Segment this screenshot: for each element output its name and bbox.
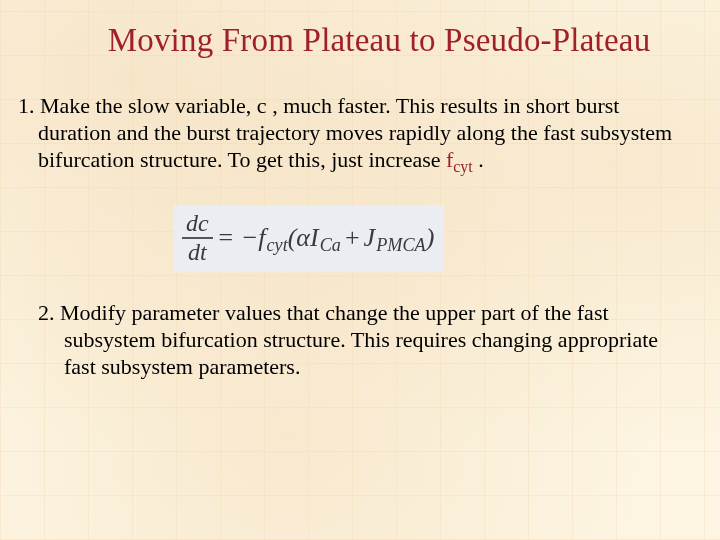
J-var: J [364,223,376,252]
numerator: dc [182,211,213,238]
plus-sign: + [341,223,364,252]
J-sub: PMCA [375,235,426,255]
equation-container: dc dt = −fcyt(αICa+JPMCA) [174,205,694,272]
alpha: α [296,223,310,252]
I-sub: Ca [319,235,341,255]
equals: = [217,223,241,252]
fcyt-sub: cyt [453,158,472,175]
slide: Moving From Plateau to Pseudo-Plateau 1.… [0,0,720,381]
item1-text-post: . [473,147,484,172]
item2-number: 2. [38,300,55,325]
minus-sign: − [241,223,259,252]
fraction-dc-dt: dc dt [182,211,213,264]
denominator: dt [182,239,213,264]
equation-rhs: = −fcyt(αICa+JPMCA) [217,223,435,253]
list-item-2: 2. Modify parameter values that change t… [18,300,694,380]
fcyt-highlight: fcyt [446,147,473,172]
rparen: ) [426,223,435,252]
I-var: I [310,223,319,252]
item1-text-pre: Make the slow variable, c , much faster.… [35,93,673,172]
item1-number: 1. [18,93,35,118]
slide-title: Moving From Plateau to Pseudo-Plateau [64,22,694,59]
equation: dc dt = −fcyt(αICa+JPMCA) [174,205,444,272]
item2-text: Modify parameter values that change the … [55,300,659,379]
list-item-1: 1. Make the slow variable, c , much fast… [18,93,694,173]
f-sub: cyt [265,235,287,255]
